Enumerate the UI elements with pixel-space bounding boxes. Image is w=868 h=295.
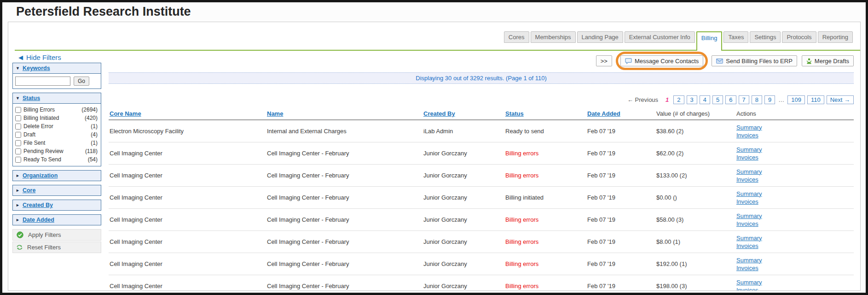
cell-value: $198.00 (3) [655, 283, 735, 289]
filter-section-header[interactable]: ► Date Added [13, 215, 101, 225]
summary-link[interactable]: Summary [736, 212, 762, 219]
invoices-link[interactable]: Invoices [736, 132, 758, 139]
cell-value: $8.00 (1) [655, 238, 735, 245]
tab[interactable]: Billing [696, 31, 723, 51]
column-header-actions: Actions [735, 110, 756, 117]
status-checkbox[interactable] [15, 124, 21, 130]
filter-section-label[interactable]: Date Added [23, 217, 54, 223]
invoices-link[interactable]: Invoices [736, 287, 758, 291]
summary-link[interactable]: Summary [736, 168, 762, 175]
expand-toolbar-button[interactable]: >> [596, 55, 612, 66]
pagination-item[interactable]: 9 [764, 95, 775, 104]
pagination-item[interactable]: 110 [807, 95, 824, 104]
cell-name: Cell Imaging Center - February [266, 194, 422, 201]
cell-name: Cell Imaging Center - February [266, 238, 422, 245]
invoices-link[interactable]: Invoices [736, 198, 758, 205]
merge-drafts-button[interactable]: Merge Drafts [802, 55, 854, 66]
filter-section-header[interactable]: ► Created By [13, 200, 101, 210]
cell-status: Ready to send [504, 128, 586, 135]
tab[interactable]: Reporting [818, 31, 853, 43]
invoices-link[interactable]: Invoices [736, 220, 758, 227]
filter-section-label[interactable]: Core [23, 187, 35, 194]
status-filter-row[interactable]: Pending Review (118) [13, 147, 101, 155]
cell-core-name: Cell Imaging Center [109, 194, 266, 201]
column-header-status[interactable]: Status [504, 110, 524, 117]
pagination-item[interactable]: 4 [700, 95, 710, 104]
status-checkbox[interactable] [15, 132, 21, 138]
tab[interactable]: External Customer Info [625, 31, 695, 43]
apply-filters-button[interactable]: Apply Filters [12, 229, 101, 241]
status-section-label[interactable]: Status [23, 95, 40, 101]
tab[interactable]: Landing Page [577, 31, 623, 43]
cell-created-by: Junior Gorczany [422, 194, 504, 201]
pagination-item[interactable]: 8 [752, 95, 762, 104]
keywords-section-header[interactable]: ▼ Keywords [13, 63, 101, 73]
pagination-item[interactable]: Next → [827, 95, 854, 104]
status-filter-row[interactable]: Billing Initiated (420) [13, 114, 101, 122]
status-filter-row[interactable]: Billing Errors (2694) [13, 106, 101, 114]
invoices-link[interactable]: Invoices [736, 176, 758, 183]
status-checkbox[interactable] [15, 157, 21, 163]
hide-filters-toggle[interactable]: ◀ Hide Filters [18, 53, 61, 61]
cell-core-name: Cell Imaging Center [109, 216, 266, 223]
status-filter-row[interactable]: Draft (4) [13, 130, 101, 139]
status-filter-label: Draft [23, 131, 35, 138]
summary-link[interactable]: Summary [736, 190, 762, 197]
invoices-link[interactable]: Invoices [736, 154, 758, 161]
tab[interactable]: Cores [504, 31, 529, 43]
pagination-item[interactable]: 109 [787, 95, 805, 104]
pagination-item[interactable]: 7 [739, 95, 749, 104]
column-header-name[interactable]: Name [266, 110, 283, 117]
summary-link[interactable]: Summary [736, 146, 762, 153]
keywords-filter-section: ▼ Keywords Go [12, 63, 101, 89]
pagination-item[interactable]: 2 [673, 95, 684, 104]
cell-created-by: iLab Admin [422, 128, 504, 135]
cell-date-added: Feb 07 '19 [586, 128, 655, 135]
filter-section-label[interactable]: Organization [23, 172, 58, 179]
status-filter-row[interactable]: Ready To Send (54) [13, 155, 101, 164]
tab[interactable]: Protocols [782, 31, 816, 43]
summary-link[interactable]: Summary [736, 124, 762, 131]
status-filter-row[interactable]: File Sent (1) [13, 139, 101, 147]
column-header-core-name[interactable]: Core Name [109, 110, 141, 117]
pagination-item[interactable]: ← Previous [627, 96, 658, 103]
status-checkbox[interactable] [15, 115, 21, 121]
pagination-item: … [778, 96, 784, 103]
column-header-created-by[interactable]: Created By [422, 110, 455, 117]
status-checkbox[interactable] [15, 107, 21, 113]
invoices-link[interactable]: Invoices [736, 265, 758, 271]
keywords-input[interactable] [15, 77, 70, 86]
summary-link[interactable]: Summary [736, 257, 762, 264]
invoices-link[interactable]: Invoices [736, 242, 758, 249]
status-checkbox[interactable] [15, 140, 21, 146]
cell-value: $38.60 (2) [655, 128, 735, 135]
chevron-right-icon: ► [16, 173, 20, 178]
message-core-contacts-button[interactable]: Message Core Contacts [620, 55, 703, 66]
reset-filters-button[interactable]: Reset Filters [12, 242, 101, 253]
status-section-header[interactable]: ▼ Status [13, 93, 101, 103]
summary-link[interactable]: Summary [736, 279, 762, 286]
summary-link[interactable]: Summary [736, 235, 762, 242]
cell-created-by: Junior Gorczany [422, 150, 504, 157]
pagination-item[interactable]: 3 [687, 95, 697, 104]
tab[interactable]: Taxes [723, 31, 748, 43]
filter-section-label[interactable]: Created By [23, 202, 53, 208]
filter-section-collapsed: ► Created By [12, 200, 101, 211]
status-filter-row[interactable]: Delete Error (1) [13, 122, 101, 130]
filter-section-header[interactable]: ► Core [13, 185, 101, 195]
chevron-down-icon: ▼ [16, 66, 20, 71]
pagination-item[interactable]: 6 [725, 95, 736, 104]
status-checkbox[interactable] [15, 148, 21, 154]
tab[interactable]: Settings [750, 31, 781, 43]
send-billing-files-button[interactable]: Send Billing Files to ERP [712, 55, 797, 66]
cell-value: $192.00 (1) [655, 260, 735, 267]
cell-date-added: Feb 07 '19 [586, 150, 655, 157]
pagination-item[interactable]: 5 [712, 95, 723, 104]
cell-status: Billing initiated [504, 194, 586, 201]
tab[interactable]: Memberships [531, 31, 576, 43]
filter-section-header[interactable]: ► Organization [13, 171, 101, 181]
chevron-right-icon: ► [16, 188, 20, 193]
keywords-section-label[interactable]: Keywords [23, 65, 50, 71]
column-header-date-added[interactable]: Date Added [586, 110, 620, 117]
go-button[interactable]: Go [74, 77, 89, 86]
